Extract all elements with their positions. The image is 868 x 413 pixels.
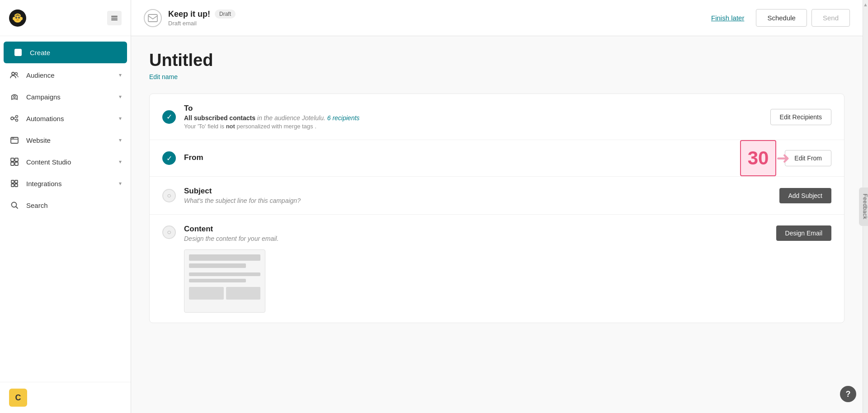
sidebar-item-audience-label: Audience [26, 71, 113, 79]
sidebar-toggle-button[interactable] [107, 11, 122, 25]
annotation-box: 30 [740, 140, 776, 176]
preview-content-bar-2 [189, 279, 246, 282]
main-area: Keep it up! Draft Draft email Finish lat… [131, 0, 863, 413]
email-draft-icon [144, 9, 162, 27]
content-studio-chevron-icon: ▾ [119, 159, 122, 165]
automations-chevron-icon: ▾ [119, 115, 122, 122]
integrations-chevron-icon: ▾ [119, 180, 122, 187]
content-action: Design Email [776, 225, 831, 241]
topbar-title-text: Keep it up! [168, 9, 210, 19]
svg-rect-24 [11, 162, 14, 165]
page-title: Untitled [149, 51, 844, 70]
svg-rect-10 [111, 19, 118, 20]
to-section-content: To All subscribed contacts in the audien… [184, 104, 770, 130]
campaigns-icon [9, 91, 20, 102]
svg-point-20 [12, 138, 13, 139]
to-section-title: To [184, 104, 770, 113]
audience-chevron-icon: ▾ [119, 72, 122, 78]
add-subject-button[interactable]: Add Subject [779, 188, 832, 203]
svg-point-6 [16, 17, 17, 18]
sidebar-item-search-label: Search [26, 202, 122, 209]
from-status-check: ✓ [162, 151, 176, 165]
subject-status-check: ○ [162, 189, 176, 202]
sidebar-item-campaigns[interactable]: Campaigns ▾ [0, 86, 131, 108]
subject-action: Add Subject [779, 188, 832, 203]
preview-cell-2 [226, 287, 261, 300]
svg-rect-8 [111, 16, 118, 17]
finish-later-button[interactable]: Finish later [704, 9, 751, 26]
subject-section-row: ○ Subject What's the subject line for th… [150, 177, 844, 215]
sidebar-item-create-label: Create [30, 49, 118, 56]
svg-point-3 [16, 19, 19, 21]
svg-rect-29 [15, 184, 18, 187]
preview-cell-1 [189, 287, 224, 300]
design-email-button[interactable]: Design Email [776, 225, 831, 241]
content-section-row: ○ Content Design the content for your em… [150, 215, 844, 323]
content-studio-icon [9, 156, 20, 167]
email-preview-thumbnail [184, 249, 265, 313]
edit-name-link[interactable]: Edit name [149, 73, 178, 80]
sidebar-item-website[interactable]: Website ▾ [0, 129, 131, 151]
svg-point-16 [11, 117, 14, 120]
subject-section-desc: What's the subject line for this campaig… [184, 197, 779, 204]
svg-rect-22 [11, 158, 14, 161]
to-recipients-link[interactable]: 6 recipients [327, 114, 360, 122]
schedule-button[interactable]: Schedule [756, 9, 807, 27]
svg-rect-26 [11, 180, 14, 183]
svg-rect-31 [148, 14, 157, 22]
sidebar-item-campaigns-label: Campaigns [26, 93, 113, 101]
topbar: Keep it up! Draft Draft email Finish lat… [131, 0, 863, 36]
edit-from-button[interactable]: Edit From [785, 150, 831, 166]
svg-rect-28 [11, 184, 14, 187]
edit-recipients-button[interactable]: Edit Recipients [770, 109, 831, 125]
to-merge-note: Your 'To' field is not personalized with… [184, 123, 770, 130]
preview-header-bar [189, 254, 260, 261]
help-button[interactable]: ? [840, 386, 856, 402]
user-avatar[interactable]: C [9, 389, 27, 407]
create-icon [13, 47, 24, 58]
feedback-tab[interactable]: Feedback [859, 188, 868, 226]
svg-point-18 [16, 119, 18, 122]
svg-point-4 [13, 17, 15, 20]
sidebar-item-integrations[interactable]: Integrations ▾ [0, 173, 131, 194]
preview-subheader-bar [189, 263, 246, 268]
annotation-number: 30 [748, 149, 769, 168]
from-section-row: ✓ From 30 ➜ Edit From [150, 140, 844, 177]
sidebar-item-content-studio-label: Content Studio [26, 158, 113, 166]
content-area: Untitled Edit name ✓ To All subscribed c… [131, 36, 863, 413]
sidebar-item-content-studio[interactable]: Content Studio ▾ [0, 151, 131, 173]
campaigns-chevron-icon: ▾ [119, 94, 122, 100]
subject-section-title: Subject [184, 187, 779, 196]
content-section-desc: Design the content for your email. [184, 235, 776, 242]
sidebar-item-website-label: Website [26, 136, 113, 144]
annotation-30: 30 ➜ [740, 140, 790, 176]
to-section-row: ✓ To All subscribed contacts in the audi… [150, 94, 844, 140]
to-section-desc: All subscribed contacts in the audience … [184, 114, 770, 122]
sidebar-nav: Create Audience ▾ Campaigns [0, 36, 131, 382]
preview-content-bar [189, 272, 260, 276]
to-audience-bold: All subscribed contacts [184, 114, 255, 122]
subject-section-content: Subject What's the subject line for this… [184, 187, 779, 204]
sidebar-footer: C [0, 382, 131, 413]
sidebar-item-create[interactable]: Create [4, 42, 127, 63]
mailchimp-logo[interactable] [9, 9, 26, 27]
svg-point-7 [19, 17, 19, 18]
sidebar-item-automations-label: Automations [26, 115, 113, 122]
to-action: Edit Recipients [770, 109, 831, 125]
send-button[interactable]: Send [811, 9, 850, 27]
search-nav-icon [9, 200, 20, 211]
sidebar-item-search[interactable]: Search [0, 194, 131, 216]
website-chevron-icon: ▾ [119, 137, 122, 143]
svg-point-14 [15, 73, 18, 75]
topbar-actions: Finish later Schedule Send [704, 9, 850, 27]
svg-rect-23 [15, 158, 18, 161]
audience-icon [9, 70, 20, 80]
integrations-icon [9, 178, 20, 189]
campaign-setup-card: ✓ To All subscribed contacts in the audi… [149, 94, 844, 323]
scroll-up-arrow[interactable]: ▲ [862, 1, 868, 8]
to-status-check: ✓ [162, 110, 176, 124]
sidebar-item-audience[interactable]: Audience ▾ [0, 64, 131, 86]
sidebar-item-automations[interactable]: Automations ▾ [0, 108, 131, 129]
topbar-subtitle: Draft email [168, 20, 236, 27]
annotation-arrow-icon: ➜ [776, 150, 790, 166]
